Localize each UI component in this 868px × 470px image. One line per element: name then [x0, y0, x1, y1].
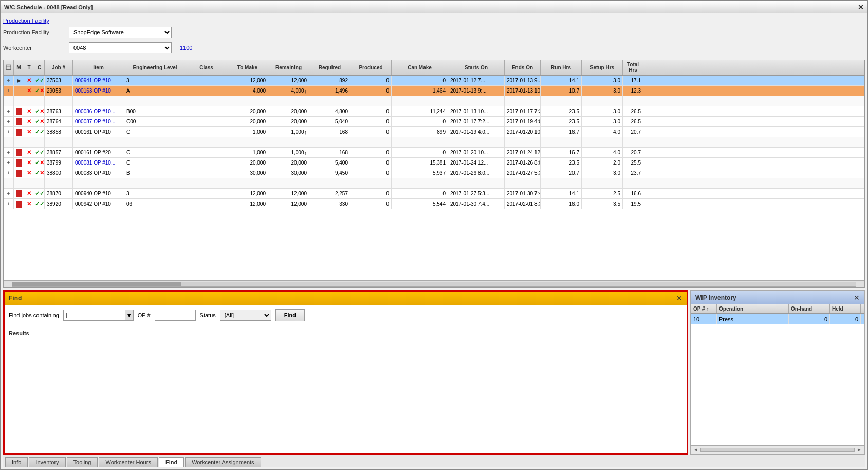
table-row[interactable]: [4, 178, 864, 189]
job-cell: 38858: [45, 127, 73, 137]
table-row[interactable]: [4, 137, 864, 148]
job-cell: [45, 178, 73, 188]
tab-workcenter-hours[interactable]: Workcenter Hours: [99, 457, 157, 467]
run-hrs-cell: [541, 178, 582, 188]
run-hrs-cell: 14.1: [541, 189, 582, 198]
item-cell: 000087 OP #10...: [73, 117, 124, 126]
m-cell: [14, 86, 24, 96]
tab-workcenter-assignments[interactable]: Workcenter Assignments: [185, 457, 261, 467]
table-row[interactable]: + ✕ ✓✓ 38920 000942 OP #10 03 12,000 12,…: [4, 199, 864, 209]
t-cell: ✕: [24, 127, 34, 137]
wip-row[interactable]: 10 Press 0 0: [691, 314, 864, 324]
t-cell: ✕: [24, 168, 34, 178]
run-hrs-cell: 16.7: [541, 148, 582, 157]
table-row[interactable]: [4, 96, 864, 106]
expand-cell[interactable]: +: [4, 106, 14, 116]
job-cell: 37503: [45, 76, 73, 85]
expand-cell[interactable]: +: [4, 148, 14, 157]
m-cell: [14, 106, 24, 116]
expand-cell[interactable]: +: [4, 158, 14, 168]
job-cell: 38920: [45, 199, 73, 209]
total-hrs-cell: 23.7: [623, 168, 643, 178]
horizontal-scrollbar[interactable]: [4, 280, 864, 287]
production-facility-select[interactable]: ShopEdge Software: [69, 27, 172, 38]
t-cell: ✕: [24, 86, 34, 96]
setup-hrs-cell: 4.0: [582, 148, 623, 157]
tab-info[interactable]: Info: [5, 457, 28, 467]
required-cell: 4,800: [309, 106, 350, 116]
c-icon: ✓: [35, 118, 40, 125]
wip-panel-close-button[interactable]: ✕: [854, 294, 860, 302]
m-cell: [14, 117, 24, 126]
expand-cell[interactable]: +: [4, 127, 14, 137]
workcenter-extra-value: 1100: [180, 45, 192, 51]
produced-cell: 0: [350, 189, 392, 198]
tab-tooling[interactable]: Tooling: [67, 457, 98, 467]
can-make-cell: [392, 96, 448, 106]
table-row[interactable]: + ✕ ✓✓ 38858 000161 OP #10 C 1,000 1,000…: [4, 127, 864, 137]
expand-cell[interactable]: +: [4, 117, 14, 126]
c-icon: ✓: [35, 108, 40, 115]
total-hrs-cell: 12.3: [623, 86, 643, 96]
table-row[interactable]: + ✕ ✓✕ 38764 000087 OP #10... C00 20,000…: [4, 117, 864, 127]
class-cell: [186, 96, 227, 106]
op-label: OP #: [138, 312, 151, 318]
tab-find[interactable]: Find: [159, 457, 184, 467]
find-jobs-dropdown[interactable]: ▼: [125, 310, 133, 320]
tab-inventory[interactable]: Inventory: [29, 457, 65, 467]
m-indicator: [16, 129, 22, 136]
table-row[interactable]: + ✕ ✓✓ 38870 000940 OP #10 3 12,000 12,0…: [4, 189, 864, 199]
wip-col-operation: Operation: [717, 304, 789, 313]
t-cell: [24, 178, 34, 188]
produced-cell: 0: [350, 199, 392, 209]
can-make-cell: 0: [392, 76, 448, 85]
production-facility-link[interactable]: Production Facility: [3, 17, 49, 24]
expand-cell[interactable]: +: [4, 168, 14, 178]
col-m: M: [14, 60, 24, 75]
expand-cell[interactable]: [4, 178, 14, 188]
find-jobs-input[interactable]: [64, 310, 125, 320]
wip-operation-cell: Press: [717, 314, 789, 324]
extra-icon: ✓: [40, 77, 44, 84]
table-row[interactable]: + ✕ ✓✕ 38763 000086 OP #10... B00 20,000…: [4, 106, 864, 117]
setup-hrs-cell: 3.0: [582, 117, 623, 126]
wip-held-cell: 0: [830, 314, 861, 324]
extra-icon: ✕: [40, 170, 44, 176]
ends-on-cell: [505, 96, 541, 106]
table-row[interactable]: + ✕ ✓✕ 38799 000081 OP #10... C 20,000 2…: [4, 158, 864, 168]
expand-cell[interactable]: +: [4, 76, 14, 85]
wip-scroll-area[interactable]: ◄ ►: [691, 445, 864, 454]
table-row[interactable]: + ✕ ✓✕ 38800 000083 OP #10 B 30,000 30,0…: [4, 168, 864, 178]
find-button[interactable]: Find: [275, 309, 305, 321]
find-input-container: ▼: [63, 310, 134, 321]
table-row[interactable]: + ✕ ✓✕ 29053 000163 OP #10 A 4,000 4,000…: [4, 86, 864, 96]
required-cell: 2,257: [309, 189, 350, 198]
remaining-cell: 20,000: [268, 158, 309, 168]
window-close-button[interactable]: ✕: [858, 3, 864, 11]
c-icon: ✓: [35, 149, 40, 156]
expand-cell[interactable]: [4, 96, 14, 106]
workcenter-select[interactable]: 0048: [69, 42, 172, 53]
table-row[interactable]: + ▶ ✕ ✓✓ 37503 000941 OP #10 3 12,000 12…: [4, 76, 864, 86]
run-hrs-cell: 23.5: [541, 117, 582, 126]
required-cell: [309, 178, 350, 188]
find-panel-close-button[interactable]: ✕: [676, 294, 682, 302]
c-cell: ✓✕: [34, 117, 45, 126]
col-remaining: Remaining: [268, 60, 309, 75]
ends-on-cell: 2017-01-24 12...: [505, 148, 541, 157]
m-indicator: [16, 190, 22, 197]
job-cell: 38799: [45, 158, 73, 168]
expand-cell[interactable]: +: [4, 199, 14, 209]
total-hrs-cell: 16.6: [623, 189, 643, 198]
status-select[interactable]: [All] Open Closed: [220, 310, 271, 321]
col-t: T: [24, 60, 34, 75]
table-row[interactable]: + ✕ ✓✓ 38857 000161 OP #20 C 1,000 1,000…: [4, 148, 864, 158]
window-title: W/C Schedule - 0048 [Read Only]: [4, 4, 93, 10]
can-make-cell: 0: [392, 189, 448, 198]
find-results-label: Results: [9, 330, 682, 336]
expand-cell[interactable]: +: [4, 86, 14, 96]
op-number-input[interactable]: [155, 310, 196, 321]
c-icon: ✓: [35, 129, 40, 135]
expand-cell[interactable]: [4, 137, 14, 147]
expand-cell[interactable]: +: [4, 189, 14, 198]
